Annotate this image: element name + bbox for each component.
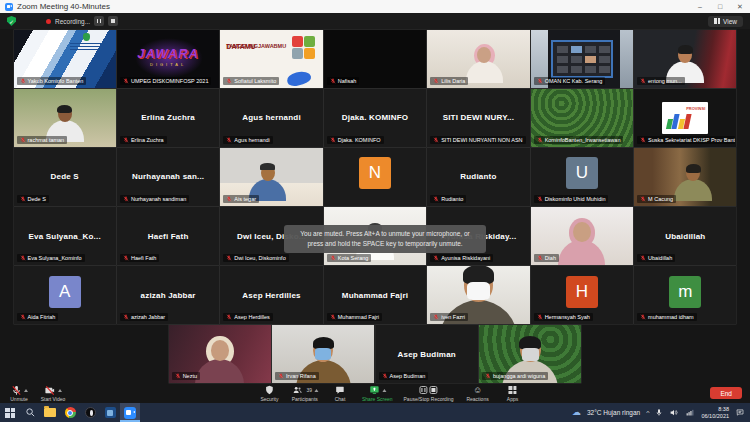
close-button[interactable]: ✕ — [730, 0, 750, 13]
participant-tile[interactable]: entong mun... — [634, 30, 736, 88]
participant-tile[interactable]: rachmat taman — [14, 89, 116, 147]
participant-name-label: Asep Budiman — [379, 372, 429, 380]
muted-mic-icon — [278, 373, 284, 379]
participant-name-label: Haefi Fath — [120, 254, 159, 262]
participant-tile[interactable]: RudiantoRudianto — [427, 148, 529, 206]
participant-tile[interactable]: Eva Sulyana_Ko...Eva Sulyana_Kominfo — [14, 207, 116, 265]
participant-name-label: Irvan Rifana — [275, 372, 319, 380]
participant-name-label: Yakub Kominfo Banten — [17, 77, 87, 85]
participant-tile[interactable]: SITI DEWI NURY...SITI DEWI NURYANTI NON … — [427, 89, 529, 147]
participant-tile[interactable]: azizah Jabbarazizah Jabbar — [117, 266, 219, 324]
participant-tile[interactable]: Yakub Kominfo Banten — [14, 30, 116, 88]
participant-tile[interactable]: Ais tegar — [220, 148, 322, 206]
minimize-button[interactable]: – — [690, 0, 710, 13]
taskbar-app-dark-button[interactable] — [80, 403, 100, 422]
pause-icon[interactable] — [420, 386, 428, 394]
participant-name-label: rachmat taman — [17, 136, 68, 144]
unmute-options-caret[interactable] — [24, 389, 28, 392]
file-explorer-button[interactable] — [40, 403, 60, 422]
participant-name-label: Agus hernandi — [223, 136, 272, 144]
muted-mic-icon — [433, 196, 439, 202]
participant-tile[interactable]: Agus hernandiAgus hernandi — [220, 89, 322, 147]
pause-recording-button[interactable] — [94, 16, 104, 26]
stop-icon[interactable] — [430, 386, 438, 394]
participant-tile[interactable]: Djaka. KOMINFODjaka. KOMINFO — [324, 89, 426, 147]
participant-tile[interactable]: HHermansyah Syah — [531, 266, 633, 324]
view-button[interactable]: View — [708, 16, 743, 27]
participant-tile[interactable]: AAida Fitriah — [14, 266, 116, 324]
recording-label: Recording... — [55, 18, 90, 25]
participant-tile[interactable]: KominfoBanten_Irwansetiawan — [531, 89, 633, 147]
shared-screen-monitor — [551, 40, 613, 78]
speaker-icon[interactable] — [669, 408, 679, 417]
security-button[interactable]: Security — [256, 384, 282, 403]
participant-tile[interactable]: M Cacung — [634, 148, 736, 206]
zoom-taskbar-button[interactable] — [120, 403, 140, 422]
participant-tile[interactable]: UbaidillahUbaidillah — [634, 207, 736, 265]
participant-tile[interactable]: mmuhammad idham — [634, 266, 736, 324]
start-video-button[interactable]: Start Video — [40, 384, 66, 403]
participants-count: 39 — [306, 387, 312, 393]
search-icon — [25, 407, 36, 418]
muted-mic-icon — [537, 255, 543, 261]
chrome-button[interactable] — [60, 403, 80, 422]
participant-tile[interactable]: Muhammad FajriMuhammad Fajri — [324, 266, 426, 324]
tray-expand-chevron-icon[interactable]: ^ — [646, 410, 649, 416]
muted-mic-icon — [123, 196, 129, 202]
muted-mic-icon — [537, 137, 543, 143]
folder-icon — [44, 408, 56, 417]
participant-avatar: H — [566, 276, 598, 308]
participant-tile[interactable]: Haefi FathHaefi Fath — [117, 207, 219, 265]
taskbar-app-blue-button[interactable] — [100, 403, 120, 422]
participant-tile[interactable]: Dede SDede S — [14, 148, 116, 206]
participant-tile[interactable]: Neztu — [169, 325, 271, 383]
weather-widget[interactable]: 32°C Hujan ringan — [587, 409, 640, 416]
participant-tile[interactable]: Nurhayanah san...Nurhayanah sandiman — [117, 148, 219, 206]
participant-tile[interactable]: Asep BudimanAsep Budiman — [376, 325, 478, 383]
participant-tile[interactable]: Asep HerdillesAsep Herdilles — [220, 266, 322, 324]
maximize-button[interactable]: □ — [710, 0, 730, 13]
participant-avatar: m — [669, 276, 701, 308]
shield-icon — [264, 385, 274, 395]
participant-tile[interactable]: N — [324, 148, 426, 206]
meeting-encryption-icon[interactable]: ✓ — [7, 16, 16, 26]
participant-tile[interactable]: OMAN KC Kab. Serang — [531, 30, 633, 88]
share-options-caret[interactable] — [382, 389, 386, 392]
end-meeting-button[interactable]: End — [710, 387, 742, 399]
participant-tile[interactable]: Lilis Daria — [427, 30, 529, 88]
reactions-button[interactable]: ☺ Reactions — [465, 384, 491, 403]
stop-recording-button[interactable] — [108, 16, 118, 26]
participant-name-label: Sofiatul Laksmito — [223, 77, 279, 85]
unmute-button[interactable]: Unmute — [6, 384, 32, 403]
participant-tile[interactable]: Erlina ZuchraErlina Zuchra — [117, 89, 219, 147]
participant-tile[interactable]: DATAMUTANGGUNGJAWABMUSofiatul Laksmito — [220, 30, 322, 88]
chat-button[interactable]: Chat — [327, 384, 353, 403]
taskbar-clock[interactable]: 8:38 06/10/2021 — [701, 406, 729, 420]
participant-tile[interactable]: JAWARADIGITALUMPEG DISKOMINFOSP 2021 — [117, 30, 219, 88]
tray-mic-icon[interactable] — [655, 408, 663, 417]
muted-mic-icon — [330, 137, 336, 143]
share-screen-button[interactable]: Share Screen — [362, 384, 393, 403]
participant-tile[interactable]: PROVINSISuska Sekretariat DKISP Prov Ban… — [634, 89, 736, 147]
participant-tile[interactable]: iven Fazri — [427, 266, 529, 324]
pause-stop-recording-button[interactable]: Pause/Stop Recording — [402, 384, 456, 403]
apps-button[interactable]: Apps — [500, 384, 526, 403]
video-options-caret[interactable] — [58, 389, 62, 392]
meeting-info-bar: ✓ Recording... View — [0, 13, 750, 29]
participant-tile[interactable]: Nafisah — [324, 30, 426, 88]
participant-tile[interactable]: Irvan Rifana — [272, 325, 374, 383]
action-center-icon[interactable] — [735, 408, 745, 417]
participant-tile[interactable]: UDiskominfo Uhid Muhidin — [531, 148, 633, 206]
weather-cloud-icon[interactable]: ☁ — [572, 408, 581, 417]
participants-button[interactable]: 39 Participants — [291, 384, 318, 403]
participant-tile[interactable]: bujangga ardi wiguna — [479, 325, 581, 383]
taskbar-search-button[interactable] — [20, 403, 40, 422]
muted-mic-icon — [640, 314, 646, 320]
participants-caret[interactable] — [314, 389, 318, 392]
muted-mic-icon — [226, 314, 232, 320]
participant-tile[interactable]: Diah — [531, 207, 633, 265]
network-icon[interactable] — [685, 408, 695, 417]
start-button[interactable] — [0, 403, 20, 422]
zoom-icon — [124, 407, 136, 419]
muted-mic-icon — [123, 78, 129, 84]
